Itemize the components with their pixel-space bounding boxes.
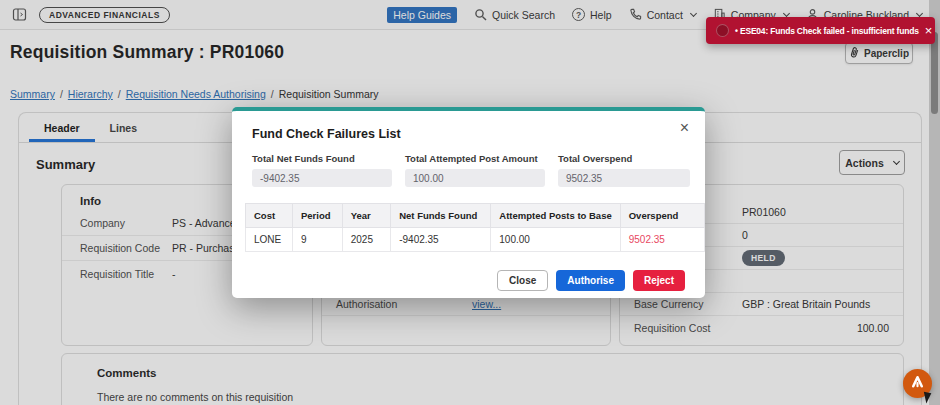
total-overspend-value: 9502.35 [558, 169, 690, 187]
modal-title: Fund Check Failures List [252, 127, 401, 141]
table-header-row: Cost Period Year Net Funds Found Attempt… [246, 204, 705, 228]
reject-button[interactable]: Reject [633, 270, 685, 291]
fund-check-failures-modal: Fund Check Failures List × Total Net Fun… [232, 107, 705, 298]
cell-overspend: 9502.35 [620, 228, 704, 252]
toast-logo-icon [716, 24, 729, 37]
col-period: Period [292, 204, 342, 228]
total-attempted-post-amount-value: 100.00 [405, 169, 545, 187]
total-net-funds-found-field: Total Net Funds Found -9402.35 [252, 153, 392, 187]
total-overspend-field: Total Overspend 9502.35 [558, 153, 690, 187]
modal-totals: Total Net Funds Found -9402.35 Total Att… [252, 153, 690, 187]
cell-attempted-posts: 100.00 [491, 228, 620, 252]
cell-net-funds-found: -9402.35 [391, 228, 491, 252]
col-attempted-posts: Attempted Posts to Base [491, 204, 620, 228]
total-attempted-post-amount-label: Total Attempted Post Amount [405, 153, 545, 164]
fund-check-table: Cost Period Year Net Funds Found Attempt… [245, 203, 705, 252]
toast-close-icon[interactable]: × [925, 24, 933, 37]
toast-message: • ESE04: Funds Check failed - insufficie… [735, 26, 919, 36]
error-toast: • ESE04: Funds Check failed - insufficie… [706, 17, 935, 44]
cell-year: 2025 [342, 228, 390, 252]
cell-cost: LONE [246, 228, 293, 252]
table-row: LONE 9 2025 -9402.35 100.00 9502.35 [246, 228, 705, 252]
modal-close-icon[interactable]: × [680, 120, 689, 136]
screen: ADVANCED FINANCIALS Help Guides Quick Se… [0, 0, 940, 405]
authorise-button[interactable]: Authorise [556, 270, 625, 291]
total-attempted-post-amount-field: Total Attempted Post Amount 100.00 [405, 153, 545, 187]
modal-buttons: Close Authorise Reject [497, 270, 685, 291]
close-button[interactable]: Close [497, 270, 548, 291]
cell-period: 9 [292, 228, 342, 252]
total-net-funds-found-value: -9402.35 [252, 169, 392, 187]
total-overspend-label: Total Overspend [558, 153, 690, 164]
col-year: Year [342, 204, 390, 228]
col-overspend: Overspend [620, 204, 704, 228]
col-net-funds-found: Net Funds Found [391, 204, 491, 228]
col-cost: Cost [246, 204, 293, 228]
total-net-funds-found-label: Total Net Funds Found [252, 153, 392, 164]
